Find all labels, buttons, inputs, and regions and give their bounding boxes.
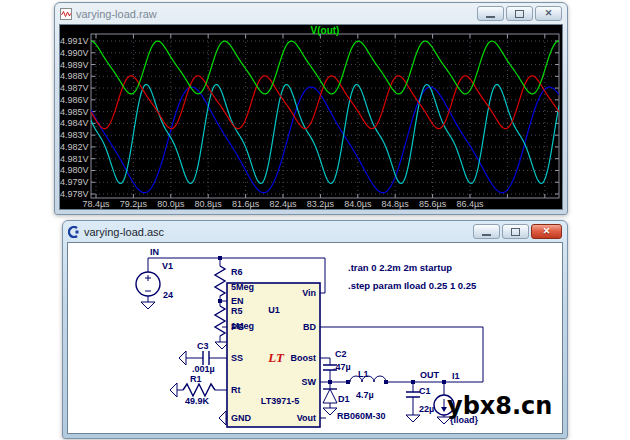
- label-v1-ref[interactable]: V1: [162, 261, 173, 271]
- label-r1-ref[interactable]: R1: [190, 374, 202, 384]
- waveform-window-title: varying-load.raw: [76, 8, 157, 20]
- plot-inner: V(out) 4.991V4.990V4.989V4.988V4.987V4.9…: [60, 25, 562, 209]
- label-d1-ref[interactable]: D1: [338, 394, 350, 404]
- close-button[interactable]: ✕: [531, 224, 562, 239]
- minimize-icon: [482, 234, 491, 236]
- label-l1-value[interactable]: 4.7µ: [356, 390, 374, 400]
- trace-green: [91, 41, 559, 94]
- label-d1-value[interactable]: RB060M-30: [337, 411, 386, 421]
- y-tick-label: 4.978V: [60, 189, 88, 199]
- capacitor-c1[interactable]: [406, 392, 420, 397]
- label-c3-ref[interactable]: C3: [197, 341, 209, 351]
- label-u1-ref[interactable]: U1: [268, 305, 280, 315]
- y-tick-label: 4.990V: [60, 48, 88, 58]
- waveform-file-icon: [60, 8, 72, 20]
- pin-boost: Boost: [291, 353, 317, 363]
- y-tick-label: 4.980V: [60, 165, 88, 175]
- y-tick-label: 4.989V: [60, 60, 88, 70]
- net-label-in[interactable]: IN: [150, 247, 159, 257]
- label-c1-value[interactable]: 22µ: [419, 404, 434, 414]
- waveform-window: varying-load.raw ✕ V(out) 4.991V4.990V4.…: [54, 2, 568, 215]
- directive-step[interactable]: .step param Iload 0.25 1 0.25: [348, 280, 477, 291]
- label-c2-value[interactable]: .47µ: [333, 362, 351, 372]
- restore-button[interactable]: [502, 224, 529, 239]
- label-r6-value[interactable]: 5Meg: [231, 282, 254, 292]
- pin-vin: Vin: [302, 288, 316, 298]
- resistor-r6[interactable]: [215, 266, 225, 296]
- y-tick-label: 4.983V: [60, 130, 88, 140]
- label-c3-value[interactable]: .001µ: [192, 364, 215, 374]
- pin-bd: BD: [303, 322, 316, 332]
- label-r6-ref[interactable]: R6: [231, 267, 243, 277]
- close-button[interactable]: ✕: [535, 6, 562, 21]
- waveform-canvas: [60, 25, 562, 209]
- restore-button[interactable]: [506, 6, 533, 21]
- watermark: ybx8.cn: [447, 392, 552, 420]
- voltage-source-v1[interactable]: [136, 272, 160, 296]
- schematic-titlebar[interactable]: varying-load.asc ✕: [63, 221, 567, 242]
- minimize-button[interactable]: [477, 6, 504, 21]
- desktop: { "waveform_window": { "title": "varying…: [0, 0, 630, 440]
- y-tick-label: 4.985V: [60, 107, 88, 117]
- close-icon: ✕: [543, 227, 551, 236]
- schematic-file-icon: [68, 226, 80, 238]
- x-tick-label: 86.4µs: [448, 199, 492, 209]
- waveform-titlebar[interactable]: varying-load.raw ✕: [55, 3, 567, 24]
- net-label-out[interactable]: OUT: [420, 370, 440, 380]
- trace-legend[interactable]: V(out): [91, 25, 559, 36]
- pin-ss: SS: [231, 353, 243, 363]
- y-tick-label: 4.981V: [60, 154, 88, 164]
- close-icon: ✕: [545, 9, 553, 18]
- y-tick-label: 4.986V: [60, 95, 88, 105]
- y-tick-label: 4.982V: [60, 142, 88, 152]
- label-r1-value[interactable]: 49.9K: [185, 396, 210, 406]
- y-tick-label: 4.979V: [60, 177, 88, 187]
- y-tick-label: 4.991V: [60, 36, 88, 46]
- pin-vout: Vout: [297, 413, 316, 423]
- trace-cyan: [91, 84, 559, 183]
- capacitor-c3[interactable]: [203, 351, 209, 365]
- lt-logo: LT: [267, 350, 285, 365]
- y-tick-label: 4.987V: [60, 83, 88, 93]
- schematic-window-title: varying-load.asc: [84, 226, 164, 238]
- directive-tran[interactable]: .tran 0 2.2m 2m startup: [348, 262, 452, 273]
- pin-pg: PG: [231, 322, 244, 332]
- y-tick-label: 4.984V: [60, 118, 88, 128]
- restore-icon: [511, 228, 520, 236]
- label-c2-ref[interactable]: C2: [335, 349, 347, 359]
- label-i1-ref[interactable]: I1: [452, 371, 460, 381]
- label-l1-ref[interactable]: L1: [358, 369, 369, 379]
- label-u1-part[interactable]: LT3971-5: [261, 396, 299, 406]
- y-tick-label: 4.988V: [60, 71, 88, 81]
- label-c1-ref[interactable]: C1: [419, 386, 431, 396]
- label-r5-ref[interactable]: R5: [231, 306, 243, 316]
- trace-blue: [91, 87, 559, 193]
- diode-d1[interactable]: [323, 389, 337, 403]
- resistor-r5[interactable]: [215, 306, 225, 336]
- pin-en: EN: [231, 296, 244, 306]
- minimize-icon: [486, 16, 495, 18]
- minimize-button[interactable]: [473, 224, 500, 239]
- resistor-r1[interactable]: [183, 384, 215, 396]
- pin-sw: SW: [302, 377, 317, 387]
- pin-rt: Rt: [231, 385, 241, 395]
- label-v1-value[interactable]: 24: [163, 290, 173, 300]
- pin-gnd: GND: [231, 413, 252, 423]
- restore-icon: [515, 10, 524, 18]
- waveform-plot-area[interactable]: V(out) 4.991V4.990V4.989V4.988V4.987V4.9…: [59, 24, 563, 210]
